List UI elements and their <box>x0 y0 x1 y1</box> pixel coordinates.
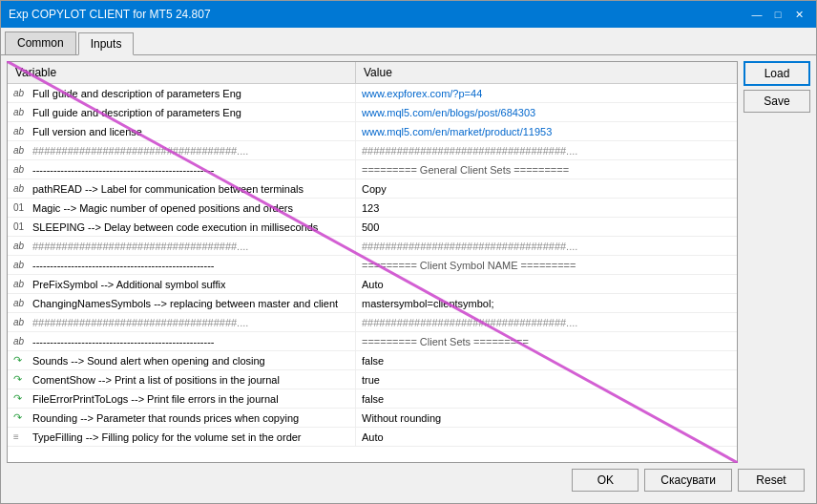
variable-text: ###################################.... <box>32 317 248 328</box>
title-bar: Exp COPYLOT CLIENT for MT5 24.807 — □ ✕ <box>1 1 816 28</box>
table-row[interactable]: ab###################################...… <box>8 237 737 256</box>
value-text: 123 <box>362 202 379 214</box>
row-icon: ab <box>13 145 29 156</box>
main-window: Exp COPYLOT CLIENT for MT5 24.807 — □ ✕ … <box>0 0 817 504</box>
table-row[interactable]: ab###################################...… <box>8 141 737 160</box>
value-text: true <box>362 374 380 386</box>
table-row[interactable]: abFull guide and description of paramete… <box>8 84 737 103</box>
value-text: 500 <box>362 221 379 233</box>
variable-text: Full guide and description of parameters… <box>32 88 241 99</box>
variable-cell: ab###################################...… <box>8 313 356 331</box>
row-icon: ↷ <box>13 373 29 386</box>
variable-cell: ab--------------------------------------… <box>8 160 356 178</box>
table-row[interactable]: ab--------------------------------------… <box>8 160 737 179</box>
table-row[interactable]: 01SLEEPING --> Delay between code execut… <box>8 218 737 237</box>
variable-text: Full version and license <box>32 126 142 137</box>
variable-cell: ↷FileErrorPrintToLogs --> Print file err… <box>8 389 356 408</box>
close-button[interactable]: ✕ <box>789 6 808 23</box>
row-icon: ab <box>13 317 29 327</box>
table-row[interactable]: abFull guide and description of paramete… <box>8 103 737 122</box>
ok-button[interactable]: OK <box>572 469 639 492</box>
variable-cell: ↷Rounding --> Parameter that rounds pric… <box>8 409 356 427</box>
parameters-table: Variable Value abFull guide and descript… <box>7 61 738 463</box>
variable-cell: ab--------------------------------------… <box>8 256 356 274</box>
variable-cell: ↷Sounds --> Sound alert when opening and… <box>8 351 356 369</box>
value-cell: ========= Client Symbol NAME ========= <box>356 256 737 274</box>
table-row[interactable]: abChangingNamesSymbols --> replacing bet… <box>8 294 737 313</box>
minimize-button[interactable]: — <box>747 6 766 23</box>
table-row[interactable]: ↷Sounds --> Sound alert when opening and… <box>8 351 737 370</box>
variable-header: Variable <box>8 62 356 83</box>
value-cell: ###################################.... <box>356 313 737 331</box>
variable-text: ----------------------------------------… <box>32 336 214 347</box>
table-row[interactable]: ab###################################...… <box>8 313 737 332</box>
tabs-bar: Common Inputs <box>1 28 816 55</box>
variable-text: SLEEPING --> Delay between code executio… <box>32 221 318 233</box>
row-icon: ↷ <box>13 354 29 367</box>
value-cell: ###################################.... <box>356 141 737 159</box>
load-button[interactable]: Load <box>744 61 810 86</box>
value-text: false <box>362 355 384 367</box>
variable-cell: 01SLEEPING --> Delay between code execut… <box>8 218 356 236</box>
value-cell: Auto <box>356 428 737 446</box>
row-icon: ab <box>13 164 29 175</box>
variable-cell: ab--------------------------------------… <box>8 332 356 350</box>
value-header: Value <box>356 62 737 83</box>
value-cell: www.expforex.com/?p=44 <box>356 84 737 102</box>
row-icon: ab <box>13 336 29 346</box>
variable-cell: abPreFixSymbol --> Additional symbol suf… <box>8 275 356 293</box>
variable-cell: abFull version and license <box>8 122 356 140</box>
variable-cell: abFull guide and description of paramete… <box>8 103 356 121</box>
value-text: ========= General Client Sets ========= <box>362 164 569 176</box>
table-row[interactable]: ↷ComentShow --> Print a list of position… <box>8 370 737 389</box>
value-text: Auto <box>362 431 384 443</box>
tab-inputs[interactable]: Inputs <box>78 32 135 55</box>
variable-text: FileErrorPrintToLogs --> Print file erro… <box>32 393 279 405</box>
variable-text: ----------------------------------------… <box>32 164 214 176</box>
bottom-bar: OK Скасувати Reset <box>7 463 810 497</box>
value-text: mastersymbol=clientsymbol; <box>362 298 493 309</box>
row-icon: ab <box>13 260 29 270</box>
value-text: ###################################.... <box>362 317 577 328</box>
value-cell: ###################################.... <box>356 237 737 255</box>
value-text: www.mql5.com/en/blogs/post/684303 <box>362 107 535 118</box>
value-text: ###################################.... <box>362 145 577 157</box>
row-icon: ≡ <box>13 431 29 442</box>
variable-text: pathREAD --> Label for communication bet… <box>32 183 304 195</box>
table-row[interactable]: ab--------------------------------------… <box>8 256 737 275</box>
row-icon: ab <box>13 298 29 308</box>
variable-text: PreFixSymbol --> Additional symbol suffi… <box>32 279 225 290</box>
row-icon: ab <box>13 241 29 251</box>
table-row[interactable]: ab--------------------------------------… <box>8 332 737 351</box>
row-icon: ab <box>13 279 29 289</box>
variable-text: Magic --> Magic number of opened positio… <box>32 202 293 214</box>
table-row[interactable]: ≡TypeFilling --> Filling policy for the … <box>8 428 737 447</box>
value-cell: 123 <box>356 199 737 217</box>
save-button[interactable]: Save <box>744 90 810 113</box>
table-header: Variable Value <box>8 62 737 84</box>
variable-cell: abFull guide and description of paramete… <box>8 84 356 102</box>
variable-text: Full guide and description of parameters… <box>32 107 241 118</box>
row-icon: ab <box>13 107 29 117</box>
maximize-button[interactable]: □ <box>768 6 787 23</box>
variable-text: ###################################.... <box>32 241 248 252</box>
variable-text: Rounding --> Parameter that rounds price… <box>32 412 299 424</box>
reset-button[interactable]: Reset <box>738 469 805 492</box>
tab-common[interactable]: Common <box>5 32 76 54</box>
variable-text: ----------------------------------------… <box>32 260 214 271</box>
variable-text: ComentShow --> Print a list of positions… <box>32 374 280 386</box>
value-cell: www.mql5.com/en/market/product/11953 <box>356 122 737 140</box>
value-text: Auto <box>362 279 384 290</box>
table-row[interactable]: ↷FileErrorPrintToLogs --> Print file err… <box>8 389 737 409</box>
table-row[interactable]: abFull version and licensewww.mql5.com/e… <box>8 122 737 141</box>
table-row[interactable]: abpathREAD --> Label for communication b… <box>8 179 737 199</box>
variable-cell: ab###################################...… <box>8 237 356 255</box>
variable-text: Sounds --> Sound alert when opening and … <box>32 355 265 367</box>
table-row[interactable]: abPreFixSymbol --> Additional symbol suf… <box>8 275 737 294</box>
value-text: Copy <box>362 183 387 195</box>
side-buttons: Load Save <box>738 61 810 463</box>
cancel-button[interactable]: Скасувати <box>644 469 732 492</box>
table-row[interactable]: 01Magic --> Magic number of opened posit… <box>8 199 737 218</box>
table-row[interactable]: ↷Rounding --> Parameter that rounds pric… <box>8 409 737 428</box>
value-cell: www.mql5.com/en/blogs/post/684303 <box>356 103 737 121</box>
